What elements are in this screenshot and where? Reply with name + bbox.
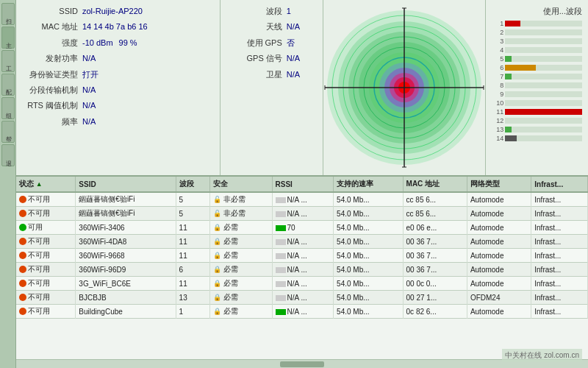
bar-number: 3: [492, 38, 503, 45]
power-label: 发射功率: [24, 53, 82, 64]
ssid-label: SSID: [24, 6, 82, 17]
sidebar-item-help[interactable]: 帮: [1, 121, 15, 143]
cell-infra: Infrast...: [531, 263, 588, 277]
cell-mac: 00 36 7...: [403, 235, 467, 249]
mac-row: MAC 地址 14 14 4b 7a b6 16: [24, 21, 212, 32]
ssid-value: zol-Ruijie-AP220: [82, 6, 143, 17]
bar-row: 8: [492, 82, 582, 89]
cell-channel: 11: [176, 249, 209, 263]
wifi-table-container[interactable]: 状态 ▲ SSID 波段 安全 RSSI 支持的速率 MAC 地址 网络类型 I…: [16, 177, 588, 359]
cell-channel: 11: [176, 235, 209, 249]
cell-infra: Infrast...: [531, 291, 588, 305]
bar-number: 1: [492, 20, 503, 27]
cell-mac: 00 36 7...: [403, 249, 467, 263]
channel-row: 波段 1: [228, 6, 315, 17]
bar-number: 11: [492, 108, 503, 116]
rts-label: RTS 阈值机制: [24, 100, 82, 111]
table-row[interactable]: 不可用360WiFi-4DA811🔒 必需N/A ...54.0 Mb...00…: [16, 235, 588, 249]
bar-row: 11: [492, 108, 582, 116]
table-row[interactable]: 不可用360WiFi-966811🔒 必需N/A ...54.0 Mb...00…: [16, 249, 588, 263]
cell-ssid: 錮蘕蕃镐侧€骀iFi: [76, 207, 176, 221]
cell-mac: 00 36 7...: [403, 263, 467, 277]
cell-channel: 6: [176, 263, 209, 277]
lock-icon: 🔒: [213, 224, 221, 231]
scrollbar-thumb[interactable]: [280, 361, 324, 367]
bar-row: 12: [492, 117, 582, 124]
sidebar-item-tools[interactable]: 工: [1, 50, 15, 72]
sidebar-item-host[interactable]: 主: [1, 26, 15, 49]
table-row[interactable]: 不可用錮蘕蕃镐侧€骀iFi5🔓 非必需N/A ...54.0 Mb...cc 8…: [16, 207, 588, 221]
ssid-row: SSID zol-Ruijie-AP220: [24, 6, 212, 17]
sidebar-item-scan[interactable]: 扫: [1, 3, 15, 25]
cell-speed: 54.0 Mb...: [334, 235, 403, 249]
cell-channel: 11: [176, 221, 209, 235]
channel-value: 1: [287, 6, 291, 17]
mux-label: 分段传输机制: [24, 85, 82, 96]
bar-fill: [505, 74, 511, 79]
strength-label: 强度: [24, 38, 82, 49]
rssi-bar: [276, 309, 286, 315]
cell-infra: Infrast...: [531, 221, 588, 235]
lock-icon: 🔓: [213, 210, 221, 217]
bar-number: 12: [492, 117, 503, 124]
cell-infra: Infrast...: [531, 235, 588, 249]
gps-label: 使用 GPS: [228, 38, 287, 49]
table-row[interactable]: 不可用BuildingCube1🔒 必需N/A ...54.0 Mb...0c …: [16, 305, 588, 319]
bar-number: 14: [492, 135, 503, 142]
bar-track: [505, 82, 582, 88]
sidebar: 扫 主 工 配 组 帮 退: [0, 0, 16, 368]
table-row[interactable]: 不可用360WiFi-96D96🔒 必需N/A ...54.0 Mb...00 …: [16, 263, 588, 277]
cell-speed: 54.0 Mb...: [334, 221, 403, 235]
table-row[interactable]: 不可用3G_WiFi_BC6E11🔒 必需N/A ...54.0 Mb...00…: [16, 277, 588, 291]
cell-ssid: 360WiFi-4DA8: [76, 235, 176, 249]
sidebar-item-exit[interactable]: 退: [1, 144, 15, 166]
cell-speed: 54.0 Mb...: [334, 207, 403, 221]
col-nettype: 网络类型: [467, 177, 531, 192]
cell-mac: 0c 82 6...: [403, 305, 467, 319]
info-left: SSID zol-Ruijie-AP220 MAC 地址 14 14 4b 7a…: [16, 0, 220, 175]
watermark: 中关村在线 zol.com.cn: [502, 349, 582, 362]
status-dot: [19, 266, 26, 273]
lock-icon: 🔒: [213, 308, 221, 315]
satellite-label: 卫星: [228, 69, 287, 80]
bar-track: [505, 127, 582, 132]
mac-label: MAC 地址: [24, 21, 82, 32]
bar-number: 10: [492, 99, 503, 107]
bar-row: 5: [492, 55, 582, 63]
cell-security: 🔒 必需: [210, 305, 272, 319]
freq-row: 频率 N/A: [24, 116, 212, 127]
table-row[interactable]: 不可用BJCBJB13🔒 必需N/A ...54.0 Mb...00 27 1.…: [16, 291, 588, 305]
bar-track: [505, 56, 582, 62]
satellite-value: N/A: [287, 69, 300, 80]
cell-channel: 1: [176, 305, 209, 319]
cell-status: 不可用: [16, 263, 76, 277]
bar-fill: [505, 56, 511, 62]
cell-rssi: N/A ...: [272, 192, 334, 207]
bar-row: 7: [492, 73, 582, 80]
sidebar-item-group[interactable]: 组: [1, 97, 15, 119]
status-dot: [19, 224, 26, 231]
lock-icon: 🔒: [213, 280, 221, 287]
cell-speed: 54.0 Mb...: [334, 291, 403, 305]
table-header-row: 状态 ▲ SSID 波段 安全 RSSI 支持的速率 MAC 地址 网络类型 I…: [16, 177, 588, 192]
table-row[interactable]: 不可用錮蘕蕃镐侧€骀iFi5🔓 非必需N/A ...54.0 Mb...cc 8…: [16, 192, 588, 207]
cell-speed: 54.0 Mb...: [334, 249, 403, 263]
cell-status: 不可用: [16, 235, 76, 249]
bar-track: [505, 135, 582, 141]
bar-track: [505, 74, 582, 79]
rssi-bar: [276, 197, 286, 203]
sidebar-item-config[interactable]: 配: [1, 74, 15, 96]
bar-number: 5: [492, 55, 503, 63]
table-row[interactable]: 可用360WiFi-340611🔒 必需7054.0 Mb...e0 06 e.…: [16, 221, 588, 235]
rssi-bar: [276, 295, 286, 301]
status-dot: [19, 294, 26, 301]
table-body: 不可用錮蘕蕃镐侧€骀iFi5🔓 非必需N/A ...54.0 Mb...cc 8…: [16, 192, 588, 319]
auth-row: 身份验证类型 打开: [24, 69, 212, 80]
gps-signal-row: GPS 信号 N/A: [228, 53, 315, 64]
bar-number: 13: [492, 126, 503, 133]
freq-value: N/A: [82, 116, 96, 127]
bar-chart: 1234567891011121314: [492, 20, 582, 142]
bar-fill: [505, 127, 511, 132]
cell-status: 不可用: [16, 192, 76, 207]
status-dot: [19, 210, 26, 217]
